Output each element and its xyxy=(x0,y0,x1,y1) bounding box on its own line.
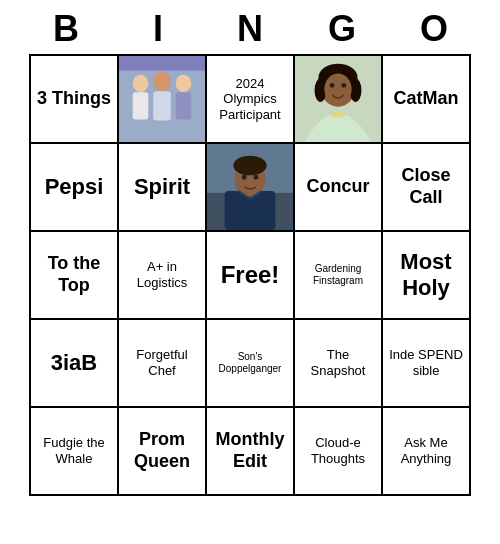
image-r0c3 xyxy=(295,56,381,142)
svg-rect-8 xyxy=(119,56,205,71)
cell-r3c3: The Snapshot xyxy=(295,320,383,408)
cell-r4c1: Prom Queen xyxy=(119,408,207,496)
cell-text-r3c4: Inde SPEND sible xyxy=(387,347,465,378)
cell-r4c3: Cloud-e Thoughts xyxy=(295,408,383,496)
cell-text-r1c1: Spirit xyxy=(134,174,190,200)
svg-point-6 xyxy=(176,75,192,93)
svg-rect-5 xyxy=(153,91,171,120)
cell-text-r2c3: Gardening Finstagram xyxy=(299,263,377,287)
cell-r2c2: Free! xyxy=(207,232,295,320)
cell-r0c2: 2024 Olympics Participant xyxy=(207,56,295,144)
cell-r0c3 xyxy=(295,56,383,144)
svg-point-14 xyxy=(324,74,351,105)
svg-point-15 xyxy=(330,83,335,88)
svg-point-2 xyxy=(133,75,149,93)
cell-r1c2 xyxy=(207,144,295,232)
cell-text-r4c3: Cloud-e Thoughts xyxy=(299,435,377,466)
cell-r4c2: Monthly Edit xyxy=(207,408,295,496)
cell-text-r4c4: Ask Me Anything xyxy=(387,435,465,466)
cell-text-r3c2: Son's Doppelganger xyxy=(211,351,289,375)
cell-text-r1c3: Concur xyxy=(307,176,370,198)
svg-point-24 xyxy=(253,175,258,180)
bingo-header: B I N G O xyxy=(20,0,480,54)
cell-text-r2c2: Free! xyxy=(221,261,280,290)
cell-r1c0: Pepsi xyxy=(31,144,119,232)
cell-r4c4: Ask Me Anything xyxy=(383,408,471,496)
cell-text-r1c4: Close Call xyxy=(387,165,465,208)
cell-r2c4: Most Holy xyxy=(383,232,471,320)
cell-text-r1c0: Pepsi xyxy=(45,174,104,200)
cell-r2c0: To the Top xyxy=(31,232,119,320)
svg-rect-3 xyxy=(133,92,149,119)
cell-text-r4c2: Monthly Edit xyxy=(211,429,289,472)
cell-text-r0c4: CatMan xyxy=(393,88,458,110)
cell-r2c1: A+ in Logistics xyxy=(119,232,207,320)
svg-point-4 xyxy=(153,72,171,92)
cell-r0c0: 3 Things xyxy=(31,56,119,144)
cell-r3c2: Son's Doppelganger xyxy=(207,320,295,408)
cell-text-r3c1: Forgetful Chef xyxy=(123,347,201,378)
letter-g: G xyxy=(302,8,382,50)
cell-text-r2c1: A+ in Logistics xyxy=(123,259,201,290)
cell-r3c4: Inde SPEND sible xyxy=(383,320,471,408)
cell-r1c3: Concur xyxy=(295,144,383,232)
cell-text-r3c3: The Snapshot xyxy=(299,347,377,378)
letter-n: N xyxy=(210,8,290,50)
svg-rect-7 xyxy=(176,92,192,119)
cell-r4c0: Fudgie the Whale xyxy=(31,408,119,496)
letter-b: B xyxy=(26,8,106,50)
svg-point-22 xyxy=(233,156,266,176)
cell-r1c1: Spirit xyxy=(119,144,207,232)
cell-text-r2c0: To the Top xyxy=(35,253,113,296)
cell-text-r3c0: 3iaB xyxy=(51,350,97,376)
cell-r0c4: CatMan xyxy=(383,56,471,144)
svg-point-23 xyxy=(242,175,247,180)
cell-text-r4c1: Prom Queen xyxy=(123,429,201,472)
cell-r3c1: Forgetful Chef xyxy=(119,320,207,408)
cell-text-r0c2: 2024 Olympics Participant xyxy=(211,76,289,123)
letter-i: I xyxy=(118,8,198,50)
svg-point-16 xyxy=(341,83,346,88)
cell-text-r0c0: 3 Things xyxy=(37,88,111,110)
letter-o: O xyxy=(394,8,474,50)
cell-r0c1 xyxy=(119,56,207,144)
bingo-grid: 3 Things 2024 Olympics Participant xyxy=(29,54,471,496)
cell-text-r4c0: Fudgie the Whale xyxy=(35,435,113,466)
image-r1c2 xyxy=(207,144,293,230)
cell-r1c4: Close Call xyxy=(383,144,471,232)
image-r0c1 xyxy=(119,56,205,142)
cell-r3c0: 3iaB xyxy=(31,320,119,408)
cell-r2c3: Gardening Finstagram xyxy=(295,232,383,320)
cell-text-r2c4: Most Holy xyxy=(387,249,465,302)
svg-point-17 xyxy=(330,112,346,118)
